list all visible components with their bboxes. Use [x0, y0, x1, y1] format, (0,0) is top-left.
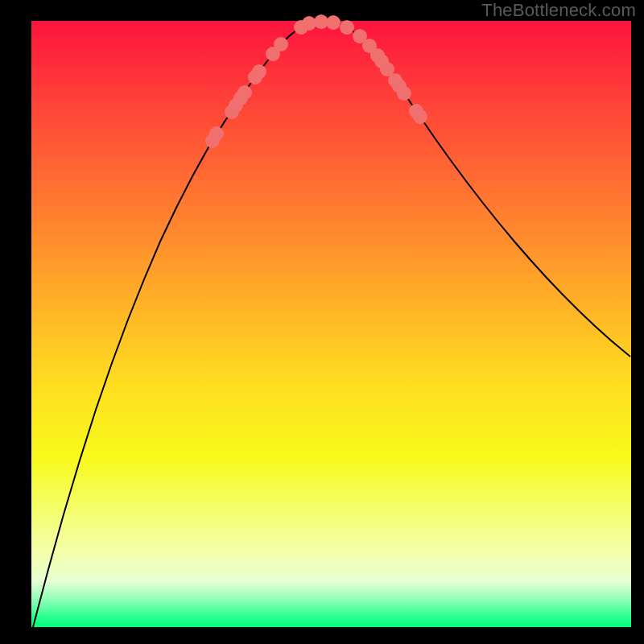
marker-point [326, 15, 341, 30]
marker-point [209, 126, 224, 141]
bottleneck-curve [33, 22, 630, 627]
chart-frame: TheBottleneck.com [0, 0, 644, 644]
markers-group [205, 14, 427, 148]
plot-area [31, 21, 631, 627]
watermark-text: TheBottleneck.com [481, 0, 636, 21]
marker-point [397, 86, 411, 101]
marker-point [413, 109, 427, 124]
marker-point [252, 64, 266, 79]
marker-point [274, 37, 288, 52]
curve-svg [31, 21, 631, 627]
marker-point [237, 85, 252, 100]
marker-point [340, 20, 354, 35]
